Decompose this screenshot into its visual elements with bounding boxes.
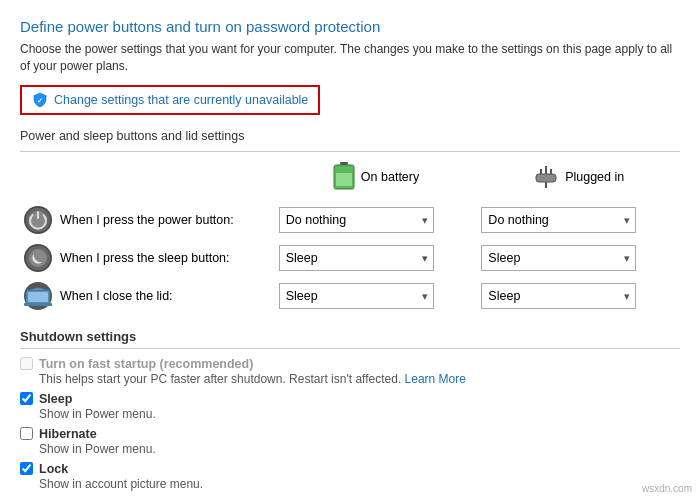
svg-point-13	[29, 249, 47, 267]
table-row: When I close the lid: Do nothingSleepHib…	[20, 277, 680, 315]
page-description: Choose the power settings that you want …	[20, 41, 680, 75]
sleep-button-plugged-select[interactable]: Do nothingSleepHibernateShut downTurn of…	[481, 245, 636, 271]
power-button-icon	[24, 206, 52, 234]
svg-rect-16	[24, 303, 52, 306]
hibernate-menu-checkbox[interactable]	[20, 427, 33, 440]
col-battery-header: On battery	[275, 162, 478, 201]
battery-icon	[333, 162, 355, 192]
shutdown-item-hibernate-menu: HibernateShow in Power menu.	[20, 427, 680, 456]
shutdown-divider	[20, 348, 680, 349]
sleep-button-battery-select[interactable]: Do nothingSleepHibernateShut downTurn of…	[279, 245, 434, 271]
table-row: When I press the sleep button: Do nothin…	[20, 239, 680, 277]
svg-text:✓: ✓	[37, 97, 43, 104]
hibernate-menu-desc: Show in Power menu.	[39, 442, 680, 456]
sleep-menu-title: Sleep	[39, 392, 72, 406]
table-row: When I press the power button: Do nothin…	[20, 201, 680, 239]
col-label-header	[20, 162, 275, 201]
sleep-menu-desc: Show in Power menu.	[39, 407, 680, 421]
watermark: wsxdn.com	[642, 483, 692, 494]
power-button-label: When I press the power button:	[60, 213, 234, 227]
sleep-menu-checkbox[interactable]	[20, 392, 33, 405]
power-settings-table: On battery Plugged in	[20, 162, 680, 315]
shield-icon: ✓	[32, 92, 48, 108]
shutdown-item-fast-startup: Turn on fast startup (recommended)This h…	[20, 357, 680, 386]
sleep-button-icon	[24, 244, 52, 272]
shutdown-section-title: Shutdown settings	[20, 329, 680, 344]
lid-battery-select[interactable]: Do nothingSleepHibernateShut downTurn of…	[279, 283, 434, 309]
change-settings-label: Change settings that are currently unava…	[54, 93, 308, 107]
svg-rect-5	[536, 174, 556, 182]
fast-startup-learn-more-link[interactable]: Learn More	[401, 372, 466, 386]
battery-col-label: On battery	[361, 170, 419, 184]
power-sleep-section-label: Power and sleep buttons and lid settings	[20, 129, 680, 143]
shutdown-item-lock-menu: LockShow in account picture menu.	[20, 462, 680, 491]
fast-startup-title: Turn on fast startup (recommended)	[39, 357, 253, 371]
plug-icon	[533, 164, 559, 190]
lock-menu-desc: Show in account picture menu.	[39, 477, 680, 491]
col-plugged-header: Plugged in	[477, 162, 680, 201]
power-button-plugged-select[interactable]: Do nothingSleepHibernateShut downTurn of…	[481, 207, 636, 233]
lock-menu-title: Lock	[39, 462, 68, 476]
shutdown-item-sleep-menu: SleepShow in Power menu.	[20, 392, 680, 421]
svg-rect-3	[336, 173, 352, 186]
page-title: Define power buttons and turn on passwor…	[20, 18, 680, 35]
lid-plugged-select[interactable]: Do nothingSleepHibernateShut downTurn of…	[481, 283, 636, 309]
fast-startup-checkbox[interactable]	[20, 357, 33, 370]
change-settings-button[interactable]: ✓ Change settings that are currently una…	[20, 85, 320, 115]
lid-icon	[24, 282, 52, 310]
lid-label: When I close the lid:	[60, 289, 173, 303]
shutdown-section: Shutdown settings Turn on fast startup (…	[20, 329, 680, 491]
power-sleep-divider	[20, 151, 680, 152]
hibernate-menu-title: Hibernate	[39, 427, 97, 441]
fast-startup-desc: This helps start your PC faster after sh…	[39, 372, 680, 386]
plugged-col-label: Plugged in	[565, 170, 624, 184]
svg-rect-11	[37, 211, 39, 219]
power-button-battery-select[interactable]: Do nothingSleepHibernateShut downTurn of…	[279, 207, 434, 233]
svg-rect-15	[28, 292, 48, 302]
sleep-button-label: When I press the sleep button:	[60, 251, 230, 265]
lock-menu-checkbox[interactable]	[20, 462, 33, 475]
